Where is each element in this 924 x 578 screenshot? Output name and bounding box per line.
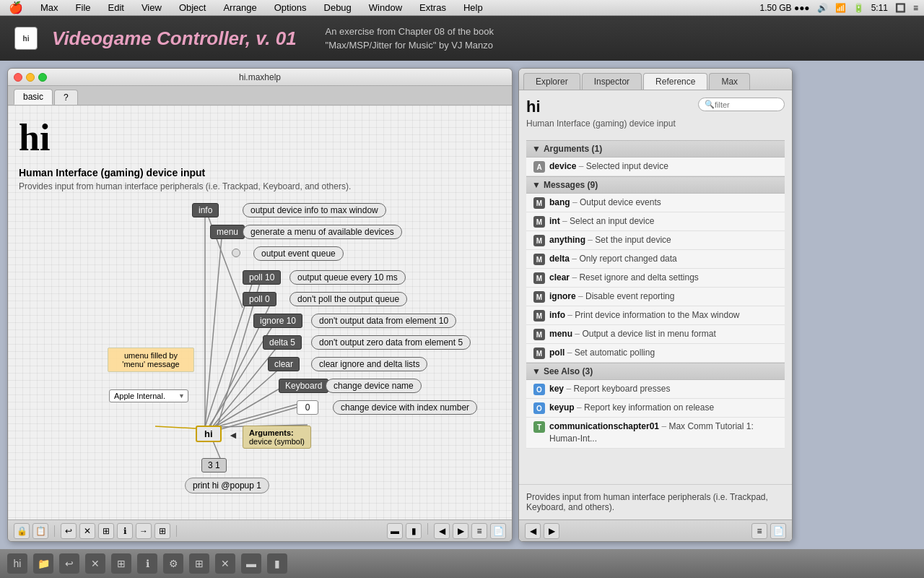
umenu-value: Apple Internal. (114, 392, 165, 400)
bottom-icon-hi[interactable]: hi (7, 553, 27, 574)
keyboard-message[interactable]: change device name (326, 379, 422, 393)
menu-object[interactable]: menu (210, 225, 245, 239)
clock: 5:11 (871, 3, 888, 13)
lock-button[interactable]: 🔒 (14, 523, 30, 539)
split-left-button[interactable]: ▬ (387, 523, 403, 539)
bottom-icon-grid2[interactable]: ⊞ (189, 553, 209, 574)
args-value: device (symbol) (249, 437, 305, 446)
toolbar-sep-3 (427, 523, 428, 535)
menu-extras[interactable]: Extras (417, 2, 449, 13)
tab-basic[interactable]: basic (14, 89, 53, 105)
queue-message[interactable]: output event queue (253, 246, 344, 261)
tab-reference[interactable]: Reference (643, 73, 707, 90)
delta-message[interactable]: don't output zero data from element 5 (311, 335, 471, 350)
msg-info-text: info – Print device information to the M… (549, 309, 739, 322)
badge-o-key: O (533, 384, 545, 395)
menu-view[interactable]: View (139, 2, 165, 13)
see-also-comm-text: communicationschapter01 – Max Comm Tutor… (549, 420, 777, 445)
refresh-button[interactable]: ⊞ (154, 523, 170, 539)
info-message[interactable]: output device info to max window (243, 203, 386, 217)
args-label: Arguments: (249, 428, 305, 437)
search-input[interactable] (715, 100, 772, 109)
volume-icon: 🔊 (817, 3, 828, 13)
copy-button[interactable]: 📋 (32, 523, 48, 539)
keyboard-object[interactable]: Keyboard (279, 379, 328, 393)
menu-debug[interactable]: Debug (321, 2, 354, 13)
info-button[interactable]: ℹ (117, 523, 133, 539)
maximize-button[interactable] (38, 73, 47, 82)
tab-explorer[interactable]: Explorer (523, 73, 580, 90)
menu-max[interactable]: Max (38, 2, 61, 13)
menubar: 🍎 Max File Edit View Object Arrange Opti… (0, 0, 924, 16)
umenu-dropdown[interactable]: Apple Internal. ▼ (109, 389, 188, 402)
doc-button[interactable]: 📄 (490, 523, 506, 539)
circle-outlet (232, 249, 240, 257)
see-also-section-header[interactable]: ▼ See Also (3) (526, 363, 785, 380)
tab-inspector[interactable]: Inspector (582, 73, 642, 90)
grid-button[interactable]: ⊞ (98, 523, 114, 539)
bottom-icon-gear[interactable]: ⚙ (163, 553, 183, 574)
rpanel-prev-button[interactable]: ◀ (525, 523, 541, 539)
bottom-icon-close[interactable]: ✕ (85, 553, 105, 574)
menu-arrange[interactable]: Arrange (220, 2, 259, 13)
number-box[interactable]: 0 (297, 400, 318, 415)
clear-message[interactable]: clear ignore and delta lists (311, 357, 427, 371)
menu-window[interactable]: Window (366, 2, 405, 13)
bottom-icon-close2[interactable]: ✕ (215, 553, 235, 574)
rpanel-doc-button[interactable]: 📄 (770, 523, 786, 539)
print-message[interactable]: print hi @popup 1 (185, 478, 269, 493)
bottom-bar: hi 📁 ↩ ✕ ⊞ ℹ ⚙ ⊞ ✕ ▬ ▮ (0, 549, 924, 578)
bottom-icon-folder[interactable]: 📁 (33, 553, 53, 574)
apple-menu[interactable]: 🍎 (6, 1, 26, 14)
window-title: hi.maxhelp (239, 72, 281, 82)
ignore10-object[interactable]: ignore 10 (253, 314, 302, 328)
close-button[interactable] (14, 73, 22, 82)
messages-section-header[interactable]: ▼ Messages (9) (526, 176, 785, 194)
patch-area: hi Human Interface (gaming) device input… (8, 105, 512, 519)
poll10-object[interactable]: poll 10 (243, 270, 281, 285)
delta5-object[interactable]: delta 5 (263, 335, 302, 350)
arguments-section-header[interactable]: ▼ Arguments (1) (526, 140, 785, 158)
app-icon: hi (14, 27, 38, 50)
badge-m-int: M (533, 216, 545, 228)
undo-button[interactable]: ↩ (61, 523, 77, 539)
menu-file[interactable]: File (73, 2, 94, 13)
prev-button[interactable]: ◀ (434, 523, 450, 539)
menu-message[interactable]: generate a menu of available devices (243, 225, 402, 239)
svg-line-7 (212, 338, 284, 427)
chevron-down-icon: ▼ (532, 366, 541, 376)
info-object[interactable]: info (192, 203, 219, 217)
rpanel-toolbar: ◀ ▶ ≡ 📄 (519, 519, 792, 541)
menu-edit[interactable]: Edit (105, 2, 127, 13)
right-panel-tabs: Explorer Inspector Reference Max (519, 69, 792, 90)
rpanel-play-button[interactable]: ▶ (544, 523, 559, 539)
menu-help[interactable]: Help (461, 2, 486, 13)
arrow-button[interactable]: → (136, 523, 152, 539)
chevron-down-icon: ▼ (178, 392, 185, 400)
app-title: Videogame Controller, v. 01 (52, 27, 297, 50)
rpanel-list-button[interactable]: ≡ (751, 523, 767, 539)
rpanel-search[interactable]: 🔍 (698, 98, 785, 111)
menu-options[interactable]: Options (271, 2, 310, 13)
hi-main-object[interactable]: hi (196, 426, 222, 442)
close-small-button[interactable]: ✕ (79, 523, 95, 539)
bottom-icon-split2[interactable]: ▮ (267, 553, 287, 574)
play-button[interactable]: ▶ (453, 523, 468, 539)
bottom-icon-undo[interactable]: ↩ (59, 553, 79, 574)
split-right-button[interactable]: ▮ (406, 523, 422, 539)
clear-object[interactable]: clear (268, 357, 300, 371)
tab-max[interactable]: Max (709, 73, 750, 90)
bottom-icon-info[interactable]: ℹ (137, 553, 157, 574)
bottom-icon-split1[interactable]: ▬ (241, 553, 261, 574)
poll10-message[interactable]: output queue every 10 ms (289, 270, 406, 285)
list-view-button[interactable]: ≡ (471, 523, 487, 539)
number-message[interactable]: change device with index number (333, 400, 477, 415)
poll0-message[interactable]: don't poll the output queue (289, 292, 407, 306)
msg-clear-text: clear – Reset ignore and delta settings (549, 272, 699, 284)
poll0-object[interactable]: poll 0 (243, 292, 276, 306)
minimize-button[interactable] (26, 73, 35, 82)
ignore-message[interactable]: don't output data from element 10 (311, 314, 456, 328)
tab-question[interactable]: ? (54, 90, 78, 105)
menu-object[interactable]: Object (176, 2, 209, 13)
bottom-icon-grid[interactable]: ⊞ (111, 553, 131, 574)
